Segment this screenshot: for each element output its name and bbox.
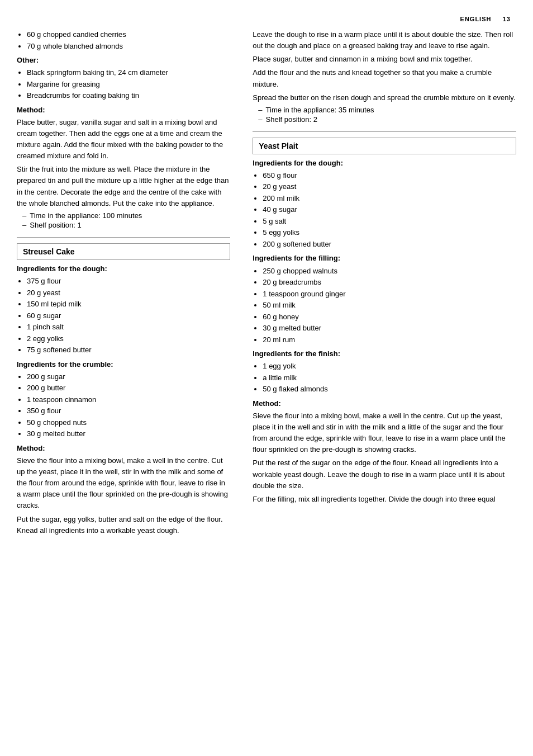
streusel-cake-title: Streusel Cake (23, 247, 75, 256)
list-item: 70 g whole blanched almonds (27, 41, 230, 52)
right-top-text-3: Add the flour and the nuts and knead tog… (253, 67, 516, 89)
yeast-dough-list: 650 g flour 20 g yeast 200 ml milk 40 g … (253, 170, 516, 250)
shelf-position-left: Shelf position: 1 (17, 221, 230, 229)
list-item: 20 g yeast (263, 181, 516, 192)
list-item: a little milk (263, 372, 516, 384)
list-item: 650 g flour (263, 170, 516, 181)
streusel-crumble-list: 200 g sugar 200 g butter 1 teaspoon cinn… (17, 371, 230, 440)
list-item: 60 g sugar (27, 310, 230, 322)
yeast-filling-heading: Ingredients for the filling: (253, 253, 516, 264)
top-list: 60 g chopped candied cherries 70 g whole… (17, 29, 230, 51)
list-item: 200 ml milk (263, 193, 516, 204)
other-heading: Other: (17, 55, 230, 66)
time-label-left: Time in the appliance: 100 minutes (30, 211, 142, 220)
list-item: 1 teaspoon ground ginger (263, 289, 516, 300)
yeast-method-heading: Method: (253, 398, 516, 409)
shelf-position-right: Shelf position: 2 (253, 115, 516, 124)
list-item: 30 g melted butter (27, 428, 230, 440)
list-item: 75 g softened butter (27, 344, 230, 356)
streusel-cake-section: Streusel Cake (17, 243, 230, 260)
right-column: Leave the dough to rise in a warm place … (241, 29, 516, 538)
list-item: 2 egg yolks (27, 333, 230, 344)
yeast-method-text-3: For the filling, mix all ingredients tog… (253, 494, 516, 505)
list-item: 200 g softened butter (263, 239, 516, 250)
shelf-label-left: Shelf position: 1 (30, 221, 82, 229)
divider-streusel (17, 237, 230, 238)
streusel-method-heading: Method: (17, 443, 230, 454)
two-column-layout: 60 g chopped candied cherries 70 g whole… (0, 29, 533, 538)
list-item: 20 g breadcrumbs (263, 277, 516, 288)
list-item: 250 g chopped walnuts (263, 266, 516, 277)
list-item: 1 egg yolk (263, 361, 516, 372)
yeast-finish-list: 1 egg yolk a little milk 50 g flaked alm… (253, 361, 516, 395)
method-text-top: Place butter, sugar, vanilla sugar and s… (17, 117, 230, 162)
list-item: 40 g sugar (263, 204, 516, 215)
right-top-text-4: Spread the butter on the risen dough and… (253, 92, 516, 103)
list-item: Black springform baking tin, 24 cm diame… (27, 67, 230, 78)
right-top-text-2: Place sugar, butter and cinnamon in a mi… (253, 54, 516, 65)
shelf-label-right: Shelf position: 2 (266, 115, 318, 124)
list-item: 5 egg yolks (263, 227, 516, 238)
yeast-filling-list: 250 g chopped walnuts 20 g breadcrumbs 1… (253, 266, 516, 346)
yeast-method-text-1: Sieve the flour into a mixing bowl, make… (253, 410, 516, 456)
yeast-dough-heading: Ingredients for the dough: (253, 158, 516, 169)
language-label: ENGLISH (460, 16, 492, 22)
time-label-right: Time in the appliance: 35 minutes (266, 106, 374, 114)
list-item: 1 pinch salt (27, 322, 230, 333)
page-header: ENGLISH 13 (0, 11, 533, 29)
list-item: 375 g flour (27, 276, 230, 287)
yeast-plait-section: Yeast Plait (253, 138, 516, 154)
yeast-plait-title: Yeast Plait (259, 141, 298, 150)
method-text-top-2: Stir the fruit into the mixture as well.… (17, 164, 230, 209)
left-column: 60 g chopped candied cherries 70 g whole… (17, 29, 241, 538)
method-heading-top: Method: (17, 105, 230, 116)
list-item: 5 g salt (263, 216, 516, 227)
list-item: 350 g flour (27, 405, 230, 417)
yeast-finish-heading: Ingredients for the finish: (253, 348, 516, 360)
list-item: 20 g yeast (27, 287, 230, 299)
page-number: 13 (503, 16, 511, 22)
list-item: 150 ml tepid milk (27, 299, 230, 310)
list-item: 30 g melted butter (263, 323, 516, 334)
streusel-crumble-heading: Ingredients for the crumble: (17, 359, 230, 370)
list-item: Margarine for greasing (27, 79, 230, 90)
page: ENGLISH 13 60 g chopped candied cherries… (0, 0, 533, 756)
list-item: 20 ml rum (263, 334, 516, 346)
list-item: 60 g chopped candied cherries (27, 29, 230, 40)
other-list: Black springform baking tin, 24 cm diame… (17, 67, 230, 101)
streusel-dough-heading: Ingredients for the dough: (17, 263, 230, 275)
list-item: Breadcrumbs for coating baking tin (27, 90, 230, 101)
list-item: 50 g flaked almonds (263, 384, 516, 395)
yeast-method-text-2: Put the rest of the sugar on the edge of… (253, 457, 516, 491)
list-item: 50 ml milk (263, 300, 516, 311)
list-item: 1 teaspoon cinnamon (27, 394, 230, 405)
streusel-method-text-2: Put the sugar, egg yolks, butter and sal… (17, 514, 230, 536)
streusel-dough-list: 375 g flour 20 g yeast 150 ml tepid milk… (17, 276, 230, 356)
time-appliance-left: Time in the appliance: 100 minutes (17, 211, 230, 220)
list-item: 60 g honey (263, 311, 516, 323)
streusel-method-text-1: Sieve the flour into a mixing bowl, make… (17, 455, 230, 512)
list-item: 200 g sugar (27, 371, 230, 382)
time-appliance-right: Time in the appliance: 35 minutes (253, 106, 516, 114)
divider-yeast (253, 131, 516, 132)
list-item: 200 g butter (27, 382, 230, 394)
list-item: 50 g chopped nuts (27, 417, 230, 428)
right-top-text-1: Leave the dough to rise in a warm place … (253, 29, 516, 51)
